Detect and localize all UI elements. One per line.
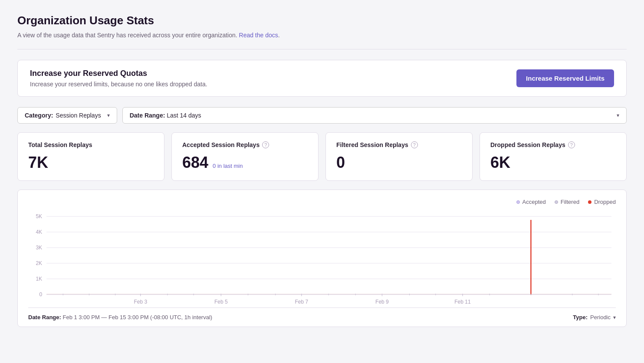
dropped-help-icon[interactable]: ? bbox=[568, 141, 575, 148]
date-range-dropdown[interactable]: Date Range: Last 14 days ▾ bbox=[122, 107, 627, 124]
svg-text:2K: 2K bbox=[36, 260, 42, 266]
filters-row: Category: Session Replays ▾ Date Range: … bbox=[17, 107, 627, 124]
stat-card-dropped-label: Dropped Session Replays bbox=[490, 141, 565, 148]
read-docs-link[interactable]: Read the docs bbox=[239, 32, 278, 39]
quota-banner-heading: Increase your Reserved Quotas bbox=[30, 69, 207, 78]
stat-card-dropped-header: Dropped Session Replays ? bbox=[490, 141, 616, 148]
stats-row: Total Session Replays 7K Accepted Sessio… bbox=[17, 132, 627, 181]
stat-card-total: Total Session Replays 7K bbox=[17, 132, 164, 181]
date-range-label: Date Range: bbox=[130, 112, 165, 119]
chart-container: Accepted Filtered Dropped 5K 4K bbox=[17, 190, 627, 327]
svg-text:Feb 5: Feb 5 bbox=[214, 299, 228, 305]
chart-type-chevron-icon: ▾ bbox=[613, 314, 616, 320]
legend-dropped-dot bbox=[588, 200, 591, 204]
date-range-value: Last 14 days bbox=[167, 112, 201, 119]
legend-filtered: Filtered bbox=[555, 199, 579, 205]
stat-card-total-label: Total Session Replays bbox=[28, 141, 92, 148]
category-chevron-icon: ▾ bbox=[107, 112, 110, 118]
stat-card-accepted-header: Accepted Session Replays ? bbox=[182, 141, 308, 148]
category-label: Category: bbox=[25, 112, 53, 119]
date-range-chevron-icon: ▾ bbox=[617, 112, 619, 118]
increase-reserved-limits-button[interactable]: Increase Reserved Limits bbox=[516, 69, 614, 87]
chart-type-label: Type: bbox=[573, 314, 588, 320]
stat-card-total-header: Total Session Replays bbox=[28, 141, 154, 148]
legend-filtered-dot bbox=[555, 200, 558, 204]
chart-footer: Date Range: Feb 1 3:00 PM — Feb 15 3:00 … bbox=[28, 307, 616, 327]
category-value: Session Replays bbox=[56, 112, 101, 119]
svg-text:Feb 3: Feb 3 bbox=[134, 299, 147, 305]
chart-svg: 5K 4K 3K 2K 1K 0 Feb 3 bbox=[28, 210, 616, 306]
chart-type-dropdown[interactable]: Type: Periodic ▾ bbox=[573, 314, 616, 320]
chart-footer-date-range-label: Date Range: bbox=[28, 314, 61, 320]
chart-type-value: Periodic bbox=[590, 314, 611, 320]
legend-accepted: Accepted bbox=[516, 199, 546, 205]
page-subtitle: A view of the usage data that Sentry has… bbox=[17, 32, 627, 39]
chart-footer-date-range: Date Range: Feb 1 3:00 PM — Feb 15 3:00 … bbox=[28, 314, 212, 320]
stat-card-filtered-header: Filtered Session Replays ? bbox=[336, 141, 462, 148]
chart-legend: Accepted Filtered Dropped bbox=[28, 199, 616, 205]
legend-filtered-label: Filtered bbox=[561, 199, 579, 205]
quota-banner: Increase your Reserved Quotas Increase y… bbox=[17, 60, 627, 97]
svg-text:5K: 5K bbox=[36, 213, 42, 219]
stat-card-accepted: Accepted Session Replays ? 684 0 in last… bbox=[171, 132, 319, 181]
legend-accepted-label: Accepted bbox=[522, 199, 546, 205]
legend-dropped-label: Dropped bbox=[594, 199, 616, 205]
svg-text:1K: 1K bbox=[36, 276, 42, 282]
svg-text:0: 0 bbox=[39, 291, 42, 298]
divider bbox=[17, 49, 627, 49]
page-title: Organization Usage Stats bbox=[17, 14, 627, 27]
accepted-help-icon[interactable]: ? bbox=[262, 141, 269, 148]
svg-text:Feb 7: Feb 7 bbox=[295, 299, 308, 305]
stat-card-accepted-value: 684 0 in last min bbox=[182, 154, 308, 172]
stat-card-filtered-label: Filtered Session Replays bbox=[336, 141, 408, 148]
svg-text:Feb 9: Feb 9 bbox=[375, 299, 389, 305]
accepted-badge: 0 in last min bbox=[213, 163, 243, 169]
stat-card-filtered: Filtered Session Replays ? 0 bbox=[325, 132, 473, 181]
legend-dropped: Dropped bbox=[588, 199, 616, 205]
stat-card-accepted-label: Accepted Session Replays bbox=[182, 141, 260, 148]
chart-footer-date-range-value: Feb 1 3:00 PM — Feb 15 3:00 PM (-08:00 U… bbox=[62, 314, 212, 320]
stat-card-dropped: Dropped Session Replays ? 6K bbox=[480, 132, 627, 181]
quota-banner-description: Increase your reserved limits, because n… bbox=[30, 81, 207, 88]
svg-text:4K: 4K bbox=[36, 229, 42, 235]
category-dropdown[interactable]: Category: Session Replays ▾ bbox=[17, 107, 117, 124]
filtered-help-icon[interactable]: ? bbox=[411, 141, 418, 148]
stat-card-dropped-value: 6K bbox=[490, 154, 616, 172]
svg-text:Feb 11: Feb 11 bbox=[454, 299, 471, 305]
quota-banner-text: Increase your Reserved Quotas Increase y… bbox=[30, 69, 207, 88]
stat-card-total-value: 7K bbox=[28, 154, 154, 172]
chart-area: 5K 4K 3K 2K 1K 0 Feb 3 bbox=[28, 210, 616, 306]
svg-text:3K: 3K bbox=[36, 245, 42, 251]
legend-accepted-dot bbox=[516, 200, 520, 204]
stat-card-filtered-value: 0 bbox=[336, 154, 462, 172]
